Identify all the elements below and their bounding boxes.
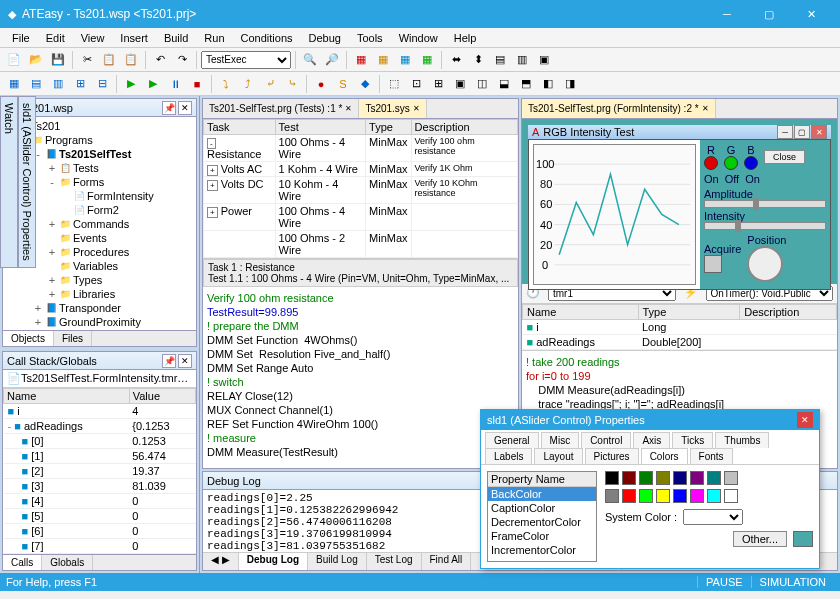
color-swatch[interactable]: [605, 489, 619, 503]
watch-pin[interactable]: Watch: [0, 96, 18, 268]
tool-f-icon[interactable]: ⬍: [468, 50, 488, 70]
props-tab-colors[interactable]: Colors: [641, 448, 688, 464]
callstack-row[interactable]: ■ [4]0: [4, 494, 196, 509]
cut-icon[interactable]: ✂: [77, 50, 97, 70]
paste-icon[interactable]: 📋: [121, 50, 141, 70]
pin-icon[interactable]: 📌: [162, 101, 176, 115]
color-swatch[interactable]: [639, 489, 653, 503]
color-swatch[interactable]: [707, 489, 721, 503]
test-row[interactable]: 100 Ohms - 2 WireMinMax: [204, 231, 518, 258]
props-tab-axis[interactable]: Axis: [633, 432, 670, 448]
color-swatch[interactable]: [724, 471, 738, 485]
debug-tab-build-log[interactable]: Build Log: [308, 553, 367, 570]
props-tab-ticks[interactable]: Ticks: [672, 432, 713, 448]
menu-window[interactable]: Window: [391, 30, 446, 46]
menu-insert[interactable]: Insert: [112, 30, 156, 46]
menu-tools[interactable]: Tools: [349, 30, 391, 46]
new-icon[interactable]: 📄: [4, 50, 24, 70]
test-row[interactable]: + Power100 Ohms - 4 WireMinMax: [204, 204, 518, 231]
search-icon[interactable]: 🔍: [300, 50, 320, 70]
form-min-icon[interactable]: ─: [777, 125, 793, 139]
doc-tab[interactable]: Ts201-SelfTest.prg (Tests) :1 *✕: [203, 99, 359, 118]
other-button[interactable]: Other...: [733, 531, 787, 547]
dbg1-icon[interactable]: ⬚: [384, 74, 404, 94]
tool-g-icon[interactable]: ▤: [490, 50, 510, 70]
bp3-icon[interactable]: ◆: [355, 74, 375, 94]
debug-tab-test-log[interactable]: Test Log: [367, 553, 422, 570]
led-g[interactable]: [724, 156, 738, 170]
callstack-row[interactable]: ■ [5]0: [4, 509, 196, 524]
dbg4-icon[interactable]: ▣: [450, 74, 470, 94]
prop-item[interactable]: DecrementorColor: [488, 515, 596, 529]
callstack-row[interactable]: ■ [2]19.37: [4, 464, 196, 479]
bp-icon[interactable]: ●: [311, 74, 331, 94]
menu-build[interactable]: Build: [156, 30, 196, 46]
wsp-tab-label[interactable]: Ts201.wsp: [21, 102, 160, 114]
color-swatch[interactable]: [639, 471, 653, 485]
test-row[interactable]: - Resistance100 Ohms - 4 WireMinMaxVerif…: [204, 135, 518, 162]
panel-close-icon[interactable]: ✕: [178, 101, 192, 115]
bp2-icon[interactable]: S: [333, 74, 353, 94]
tree-node[interactable]: +📁Libraries: [5, 287, 194, 301]
menu-run[interactable]: Run: [196, 30, 232, 46]
tree-node[interactable]: +📘Transponder: [5, 301, 194, 315]
debug-tab-debug-log[interactable]: Debug Log: [239, 553, 308, 570]
prop-item[interactable]: FrameColor: [488, 529, 596, 543]
view3-icon[interactable]: ▥: [48, 74, 68, 94]
tool-a-icon[interactable]: ▦: [351, 50, 371, 70]
form-max-icon[interactable]: ▢: [794, 125, 810, 139]
props-tab-thumbs[interactable]: Thumbs: [715, 432, 769, 448]
color-swatch[interactable]: [656, 471, 670, 485]
prop-item[interactable]: BackColor: [488, 487, 596, 501]
props-tab-fonts[interactable]: Fonts: [690, 448, 733, 464]
view5-icon[interactable]: ⊟: [92, 74, 112, 94]
system-color-combo[interactable]: [683, 509, 743, 525]
dbg9-icon[interactable]: ◨: [560, 74, 580, 94]
run-icon[interactable]: ▶: [121, 74, 141, 94]
dbg3-icon[interactable]: ⊞: [428, 74, 448, 94]
color-swatch[interactable]: [673, 471, 687, 485]
callstack-row[interactable]: ■ [3]81.039: [4, 479, 196, 494]
tool-h-icon[interactable]: ▥: [512, 50, 532, 70]
view1-icon[interactable]: ▦: [4, 74, 24, 94]
callstack-row[interactable]: - ■ adReadings{0.1253: [4, 419, 196, 434]
color-swatch[interactable]: [673, 489, 687, 503]
tree-node[interactable]: +📘GroundProximity: [5, 315, 194, 329]
debug-tab-find-all[interactable]: Find All: [422, 553, 472, 570]
intensity-slider[interactable]: [704, 222, 826, 230]
dbg5-icon[interactable]: ◫: [472, 74, 492, 94]
step1-icon[interactable]: ⤵: [216, 74, 236, 94]
color-swatch[interactable]: [724, 489, 738, 503]
dbg2-icon[interactable]: ⊡: [406, 74, 426, 94]
cs-pin-icon[interactable]: 📌: [162, 354, 176, 368]
tool-e-icon[interactable]: ⬌: [446, 50, 466, 70]
callstack-scope[interactable]: Ts201SelfTest.FormIntensity.tmr1.On: [21, 372, 192, 385]
left-code-editor[interactable]: Verify 100 ohm resistanceTestResult=99.8…: [203, 287, 518, 468]
tab-files[interactable]: Files: [54, 331, 92, 346]
callstack-row[interactable]: ■ [0]0.1253: [4, 434, 196, 449]
callstack-row[interactable]: ■ [7]0: [4, 539, 196, 554]
menu-help[interactable]: Help: [446, 30, 485, 46]
copy-icon[interactable]: 📋: [99, 50, 119, 70]
step2-icon[interactable]: ⤴: [238, 74, 258, 94]
menu-file[interactable]: File: [4, 30, 38, 46]
prop-item[interactable]: CaptionColor: [488, 501, 596, 515]
maximize-button[interactable]: ▢: [748, 0, 790, 28]
test-row[interactable]: + Volts DC10 Kohm - 4 WireMinMaxVerify 1…: [204, 177, 518, 204]
tool-d-icon[interactable]: ▦: [417, 50, 437, 70]
color-swatch[interactable]: [622, 489, 636, 503]
callstack-row[interactable]: ■ [6]0: [4, 524, 196, 539]
minimize-button[interactable]: ─: [706, 0, 748, 28]
position-dial[interactable]: [747, 246, 783, 282]
led-b[interactable]: [744, 156, 758, 170]
props-tab-labels[interactable]: Labels: [485, 448, 532, 464]
run2-icon[interactable]: ▶: [143, 74, 163, 94]
menu-edit[interactable]: Edit: [38, 30, 73, 46]
callstack-grid[interactable]: NameValue ■ i4- ■ adReadings{0.1253 ■ [0…: [3, 388, 196, 554]
tool-i-icon[interactable]: ▣: [534, 50, 554, 70]
var-row[interactable]: ■ iLong: [523, 320, 837, 335]
testexec-combo[interactable]: TestExec: [201, 51, 291, 69]
doc-tab[interactable]: Ts201-SelfTest.prg (FormIntensity) :2 *✕: [522, 99, 716, 118]
color-swatch[interactable]: [690, 489, 704, 503]
step3-icon[interactable]: ⤶: [260, 74, 280, 94]
